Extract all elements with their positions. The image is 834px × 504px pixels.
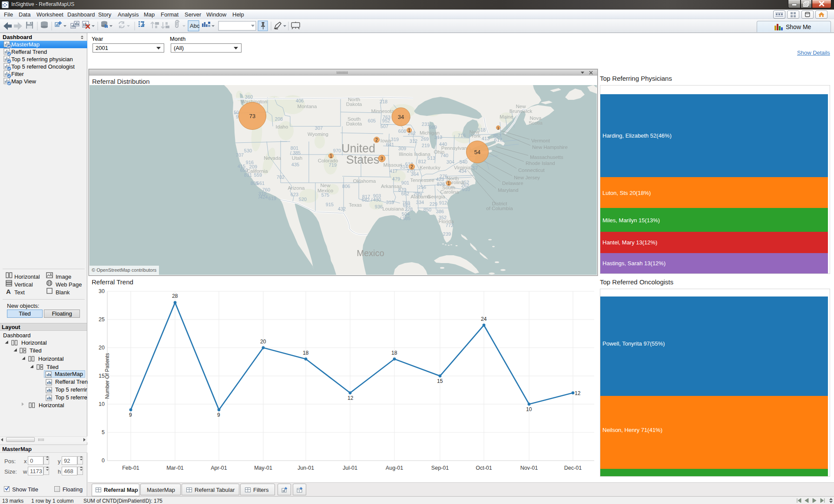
svg-text:2: 2 — [375, 138, 378, 142]
svg-text:Missouri: Missouri — [384, 162, 402, 168]
svg-text:Massachusetts: Massachusetts — [530, 155, 563, 160]
svg-text:Carolina: Carolina — [440, 189, 459, 194]
svg-text:208: 208 — [275, 116, 283, 122]
svg-text:Maine: Maine — [500, 114, 513, 119]
svg-text:Florida: Florida — [438, 219, 454, 224]
svg-text:3: 3 — [381, 156, 383, 161]
svg-text:Dec-01: Dec-01 — [564, 465, 582, 471]
svg-text:Kentucky: Kentucky — [420, 165, 440, 170]
svg-text:307: 307 — [315, 125, 323, 131]
svg-text:682 /: 682 / — [362, 197, 373, 202]
svg-text:/ 985: / 985 — [400, 216, 410, 221]
svg-text:Oct-01: Oct-01 — [476, 465, 492, 471]
svg-text:218: 218 — [380, 99, 387, 104]
svg-text:Sep-01: Sep-01 — [431, 465, 449, 471]
svg-text:Arkansas: Arkansas — [381, 184, 402, 189]
svg-text:Mexico: Mexico — [357, 248, 384, 258]
svg-text:Feb-01: Feb-01 — [122, 465, 139, 471]
svg-text:386: 386 — [436, 209, 444, 214]
svg-text:Rhode Island: Rhode Island — [526, 161, 555, 166]
svg-text:1: 1 — [330, 154, 332, 158]
svg-text:May-01: May-01 — [254, 465, 272, 471]
svg-text:9: 9 — [217, 412, 220, 418]
svg-text:Illinois: Illinois — [399, 152, 413, 157]
svg-text:716: 716 — [458, 133, 466, 138]
svg-text:/424: /424 — [258, 194, 268, 200]
svg-text:20: 20 — [99, 345, 105, 351]
svg-text:Dakota: Dakota — [346, 121, 362, 126]
svg-text:Mexico: Mexico — [318, 188, 333, 193]
svg-text:30: 30 — [99, 288, 105, 294]
svg-text:Apr-01: Apr-01 — [211, 465, 227, 471]
svg-text:605: 605 — [368, 118, 376, 123]
svg-text:12: 12 — [575, 390, 581, 396]
svg-text:Colorado: Colorado — [318, 158, 338, 163]
svg-text:435: 435 — [291, 162, 299, 167]
svg-text:Georgia: Georgia — [427, 194, 446, 199]
svg-text:Arizona: Arizona — [288, 185, 305, 191]
svg-text:Michigan: Michigan — [420, 130, 440, 135]
svg-text:/ 385: / 385 — [290, 150, 301, 155]
svg-text:States: States — [346, 153, 380, 166]
svg-text:707: 707 — [236, 152, 244, 158]
svg-text:530: 530 — [244, 148, 252, 153]
svg-text:54: 54 — [474, 149, 480, 155]
svg-text:850: 850 — [424, 207, 431, 212]
svg-text:Indiana: Indiana — [414, 152, 430, 157]
svg-text:229: 229 — [430, 201, 437, 207]
svg-text:Texas: Texas — [349, 202, 362, 208]
svg-text:12: 12 — [348, 395, 354, 401]
svg-text:© OpenStreetMap contributors: © OpenStreetMap contributors — [92, 267, 157, 273]
svg-text:Nevada: Nevada — [264, 155, 281, 161]
svg-text:1: 1 — [408, 128, 410, 133]
svg-text:269: 269 — [421, 136, 429, 142]
svg-text:20: 20 — [260, 339, 266, 345]
svg-text:Abc: Abc — [190, 23, 200, 29]
svg-text:702: 702 — [277, 175, 285, 180]
svg-text:Mar-01: Mar-01 — [166, 465, 184, 471]
svg-text:Montana: Montana — [298, 104, 317, 109]
svg-text:Wyoming: Wyoming — [308, 132, 328, 137]
svg-text:989: 989 — [429, 125, 437, 130]
svg-text:2: 2 — [410, 165, 413, 169]
svg-text:413: 413 — [482, 136, 490, 141]
svg-text:952: 952 — [382, 118, 390, 123]
svg-text:318: 318 — [386, 200, 394, 205]
svg-text:Jun-01: Jun-01 — [298, 465, 314, 471]
svg-text:Oklahoma: Oklahoma — [353, 178, 376, 184]
svg-text:Nov-01: Nov-01 — [520, 465, 538, 471]
svg-text:Iowa: Iowa — [381, 138, 391, 143]
svg-text:Connecticut: Connecticut — [518, 168, 545, 173]
svg-text:Maryland: Maryland — [498, 188, 518, 193]
svg-text:Virginia: Virginia — [454, 165, 471, 170]
svg-text:479: 479 — [392, 176, 400, 181]
svg-text:231: 231 — [422, 122, 430, 127]
svg-text:1: 1 — [447, 181, 450, 186]
svg-text:312: 312 — [410, 138, 417, 144]
svg-text:York: York — [471, 133, 481, 138]
svg-text:Number Of Patients: Number Of Patients — [104, 353, 110, 399]
svg-text:430: 430 — [373, 197, 381, 202]
svg-text:1: 1 — [497, 126, 499, 130]
svg-text:34: 34 — [398, 114, 404, 120]
svg-text:219: 219 — [422, 143, 430, 148]
svg-text:806: 806 — [342, 184, 350, 189]
svg-text:617: 617 — [494, 137, 502, 142]
svg-text:Delaware: Delaware — [502, 181, 523, 186]
svg-text:619: 619 — [268, 196, 276, 201]
svg-text:901: 901 — [401, 180, 409, 185]
svg-text:Jul-01: Jul-01 — [343, 465, 357, 471]
svg-text:Minnesota: Minnesota — [371, 109, 394, 114]
svg-text:10: 10 — [99, 401, 105, 407]
svg-text:15: 15 — [99, 373, 105, 379]
svg-text:California: California — [247, 168, 268, 174]
svg-text:10: 10 — [526, 406, 532, 412]
svg-text:73: 73 — [249, 113, 255, 119]
svg-text:406: 406 — [296, 98, 304, 103]
svg-text:520: 520 — [299, 197, 307, 202]
svg-text:661: 661 — [257, 181, 265, 186]
svg-text:507: 507 — [381, 124, 388, 129]
svg-text:910: 910 — [462, 187, 470, 192]
svg-text:Louisiana: Louisiana — [382, 206, 404, 211]
svg-text:New Jersey: New Jersey — [514, 175, 540, 180]
